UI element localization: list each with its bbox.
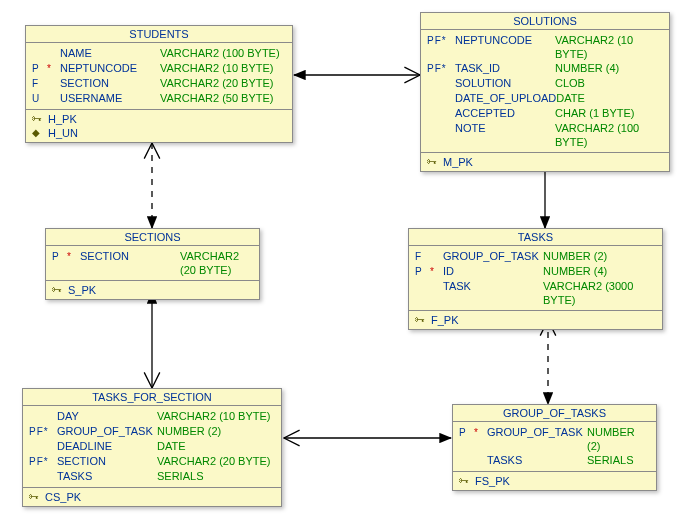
entity-title: TASKS <box>409 229 662 246</box>
column-name: GROUP_OF_TASK <box>443 249 543 263</box>
column-type: DATE <box>556 91 663 105</box>
key-name: H_PK <box>48 112 77 126</box>
column-flags: P * <box>52 250 80 264</box>
column-row: PF*TASK_IDNUMBER (4) <box>427 61 663 76</box>
key-row: ◆H_UN <box>32 126 286 140</box>
column-flags <box>29 410 57 424</box>
key-icon: 🗝 <box>427 155 443 169</box>
entity-columns: PF*NEPTUNCODEVARCHAR2 (10 BYTE)PF*TASK_I… <box>421 30 669 153</box>
column-flags: PF* <box>427 34 455 48</box>
entity-keys: 🗝S_PK <box>46 281 259 299</box>
key-icon: 🗝 <box>29 490 45 504</box>
entity-sections[interactable]: SECTIONS P *SECTIONVARCHAR2 (20 BYTE) 🗝S… <box>45 228 260 300</box>
column-type: VARCHAR2 (20 BYTE) <box>157 454 275 468</box>
column-flags <box>427 77 455 91</box>
column-row: P *IDNUMBER (4) <box>415 264 656 279</box>
column-row: SOLUTIONCLOB <box>427 76 663 91</box>
entity-students[interactable]: STUDENTS NAMEVARCHAR2 (100 BYTE)P *NEPTU… <box>25 25 293 143</box>
column-row: NOTEVARCHAR2 (100 BYTE) <box>427 121 663 149</box>
key-name: FS_PK <box>475 474 510 488</box>
column-flags <box>29 470 57 484</box>
column-type: SERIALS <box>157 469 275 483</box>
column-type: NUMBER (2) <box>543 249 656 263</box>
column-name: USERNAME <box>60 91 160 105</box>
column-row: F SECTIONVARCHAR2 (20 BYTE) <box>32 76 286 91</box>
entity-tasks[interactable]: TASKS F GROUP_OF_TASKNUMBER (2)P *IDNUMB… <box>408 228 663 330</box>
column-type: DATE <box>157 439 275 453</box>
column-name: ACCEPTED <box>455 106 555 120</box>
entity-title: SECTIONS <box>46 229 259 246</box>
column-flags <box>415 280 443 294</box>
entity-keys: 🗝M_PK <box>421 153 669 171</box>
column-flags <box>427 92 455 106</box>
column-type: NUMBER (4) <box>543 264 656 278</box>
entity-group-of-tasks[interactable]: GROUP_OF_TASKS P *GROUP_OF_TASKNUMBER (2… <box>452 404 657 491</box>
column-flags: P * <box>32 62 60 76</box>
key-name: H_UN <box>48 126 78 140</box>
column-name: GROUP_OF_TASK <box>57 424 157 438</box>
key-name: M_PK <box>443 155 473 169</box>
column-type: NUMBER (2) <box>157 424 275 438</box>
entity-title: GROUP_OF_TASKS <box>453 405 656 422</box>
key-name: CS_PK <box>45 490 81 504</box>
column-name: SOLUTION <box>455 76 555 90</box>
column-type: SERIALS <box>587 453 650 467</box>
column-row: P *SECTIONVARCHAR2 (20 BYTE) <box>52 249 253 277</box>
key-icon: ◆ <box>32 126 48 140</box>
column-name: SECTION <box>60 76 160 90</box>
entity-tasks-for-section[interactable]: TASKS_FOR_SECTION DAYVARCHAR2 (10 BYTE)P… <box>22 388 282 507</box>
column-row: TASKVARCHAR2 (3000 BYTE) <box>415 279 656 307</box>
column-row: U USERNAMEVARCHAR2 (50 BYTE) <box>32 91 286 106</box>
column-name: DEADLINE <box>57 439 157 453</box>
column-flags: F <box>415 250 443 264</box>
entity-keys: 🗝H_PK◆H_UN <box>26 110 292 142</box>
column-row: F GROUP_OF_TASKNUMBER (2) <box>415 249 656 264</box>
key-row: 🗝F_PK <box>415 313 656 327</box>
column-type: NUMBER (2) <box>587 425 650 453</box>
entity-columns: P *SECTIONVARCHAR2 (20 BYTE) <box>46 246 259 281</box>
column-row: P *GROUP_OF_TASKNUMBER (2) <box>459 425 650 453</box>
column-type: CLOB <box>555 76 663 90</box>
column-type: VARCHAR2 (100 BYTE) <box>160 46 286 60</box>
column-name: TASK_ID <box>455 61 555 75</box>
column-row: ACCEPTEDCHAR (1 BYTE) <box>427 106 663 121</box>
column-row: DEADLINEDATE <box>29 439 275 454</box>
column-flags: F <box>32 77 60 91</box>
entity-keys: 🗝FS_PK <box>453 472 656 490</box>
column-row: TASKSSERIALS <box>29 469 275 484</box>
column-flags: PF* <box>29 455 57 469</box>
column-name: SECTION <box>80 249 180 263</box>
column-name: GROUP_OF_TASK <box>487 425 587 439</box>
entity-solutions[interactable]: SOLUTIONS PF*NEPTUNCODEVARCHAR2 (10 BYTE… <box>420 12 670 172</box>
key-row: 🗝FS_PK <box>459 474 650 488</box>
column-type: VARCHAR2 (10 BYTE) <box>157 409 275 423</box>
column-name: DATE_OF_UPLOAD <box>455 91 556 105</box>
column-flags <box>459 454 487 468</box>
column-row: P *NEPTUNCODEVARCHAR2 (10 BYTE) <box>32 61 286 76</box>
column-name: TASKS <box>57 469 157 483</box>
column-type: CHAR (1 BYTE) <box>555 106 663 120</box>
entity-title: STUDENTS <box>26 26 292 43</box>
key-icon: 🗝 <box>52 283 68 297</box>
column-row: PF*NEPTUNCODEVARCHAR2 (10 BYTE) <box>427 33 663 61</box>
column-name: DAY <box>57 409 157 423</box>
column-flags: PF* <box>427 62 455 76</box>
entity-columns: DAYVARCHAR2 (10 BYTE)PF*GROUP_OF_TASKNUM… <box>23 406 281 488</box>
column-flags <box>29 440 57 454</box>
column-row: PF*GROUP_OF_TASKNUMBER (2) <box>29 424 275 439</box>
column-type: VARCHAR2 (20 BYTE) <box>160 76 286 90</box>
column-flags <box>427 122 455 136</box>
column-flags <box>427 107 455 121</box>
column-type: VARCHAR2 (100 BYTE) <box>555 121 663 149</box>
column-name: NAME <box>60 46 160 60</box>
key-row: 🗝S_PK <box>52 283 253 297</box>
entity-columns: F GROUP_OF_TASKNUMBER (2)P *IDNUMBER (4)… <box>409 246 662 311</box>
column-name: NEPTUNCODE <box>60 61 160 75</box>
column-type: VARCHAR2 (10 BYTE) <box>555 33 663 61</box>
column-type: VARCHAR2 (3000 BYTE) <box>543 279 656 307</box>
column-row: PF*SECTIONVARCHAR2 (20 BYTE) <box>29 454 275 469</box>
column-row: DATE_OF_UPLOADDATE <box>427 91 663 106</box>
column-row: DAYVARCHAR2 (10 BYTE) <box>29 409 275 424</box>
column-name: SECTION <box>57 454 157 468</box>
column-name: ID <box>443 264 543 278</box>
